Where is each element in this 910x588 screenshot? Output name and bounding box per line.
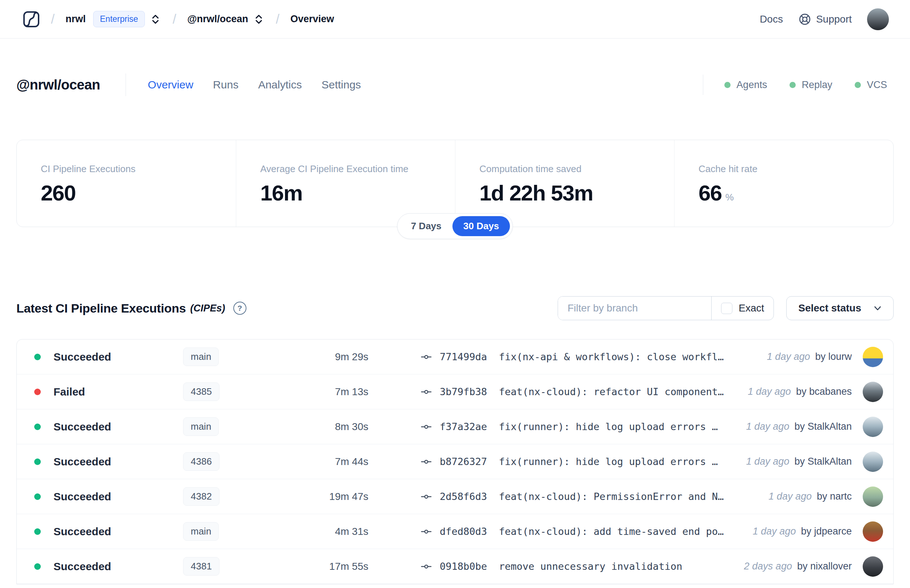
workspace-tabs: Overview Runs Analytics Settings xyxy=(148,79,361,91)
time-ago: 1 day ago xyxy=(746,421,789,432)
tab-runs[interactable]: Runs xyxy=(213,79,238,91)
chevron-down-icon xyxy=(872,303,883,313)
branch-tag[interactable]: main xyxy=(183,347,219,366)
tab-settings[interactable]: Settings xyxy=(322,79,361,91)
meta-cell: 1 day ago by lourw xyxy=(767,347,883,367)
workspace-title: @nrwl/ocean xyxy=(16,77,100,93)
table-row[interactable]: Succeeded main 4m 31s dfed80d3 feat(nx-c… xyxy=(17,514,893,549)
status-replay: Replay xyxy=(789,79,832,90)
succeeded-dot-icon xyxy=(34,528,41,535)
author-avatar[interactable] xyxy=(863,556,883,577)
status-agents: Agents xyxy=(724,79,767,90)
succeeded-dot-icon xyxy=(34,354,41,360)
table-row[interactable]: Succeeded 4381 17m 55s 0918b0be remove u… xyxy=(17,549,893,584)
status-label: Failed xyxy=(53,386,85,398)
stat-ci-pipeline-executions: CI Pipeline Executions 260 xyxy=(17,140,236,227)
cipe-section-header: Latest CI Pipeline Executions (CIPEs) ? … xyxy=(16,296,894,320)
author-avatar[interactable] xyxy=(863,486,883,507)
cipe-subtitle: (CIPEs) xyxy=(191,303,225,314)
branch-filter-group: Exact xyxy=(558,296,774,320)
tab-analytics[interactable]: Analytics xyxy=(258,79,302,91)
table-row[interactable]: Failed 4385 7m 13s 3b79fb38 feat(nx-clou… xyxy=(17,375,893,409)
branch-cell: 4386 xyxy=(183,452,258,471)
help-icon[interactable]: ? xyxy=(233,302,246,315)
workspace-switcher-button[interactable] xyxy=(253,13,265,26)
branch-filter-input[interactable] xyxy=(558,297,711,320)
git-commit-icon xyxy=(421,422,432,432)
author-avatar[interactable] xyxy=(863,347,883,367)
table-row[interactable]: Succeeded main 9m 29s 771499da fix(nx-ap… xyxy=(17,339,893,375)
breadcrumb-org[interactable]: nrwl xyxy=(66,13,86,25)
support-link[interactable]: Support xyxy=(798,13,852,26)
status-cell: Succeeded xyxy=(34,491,175,503)
time-ago: 1 day ago xyxy=(746,456,789,467)
docs-link[interactable]: Docs xyxy=(760,13,783,25)
chevron-up-down-icon xyxy=(253,13,265,26)
git-commit-icon xyxy=(421,352,432,362)
branch-cell: 4382 xyxy=(183,487,258,506)
time-ago: 2 days ago xyxy=(744,561,792,572)
duration-cell: 19m 47s xyxy=(267,491,369,502)
git-commit-icon xyxy=(421,561,432,572)
author-avatar[interactable] xyxy=(863,452,883,472)
exact-match-toggle[interactable]: Exact xyxy=(712,297,774,320)
duration-cell: 9m 29s xyxy=(267,351,369,363)
stat-value: 16m xyxy=(260,181,440,205)
table-row[interactable]: Succeeded 4382 19m 47s 2d58f6d3 feat(nx-… xyxy=(17,479,893,514)
plan-badge: Enterprise xyxy=(93,11,145,27)
status-label: Succeeded xyxy=(53,561,111,573)
commit-cell: 2d58f6d3 feat(nx-cloud): PermissionError… xyxy=(377,491,745,502)
branch-tag[interactable]: main xyxy=(183,417,219,436)
branch-tag[interactable]: 4381 xyxy=(183,557,220,576)
status-cell: Succeeded xyxy=(34,421,175,433)
duration-cell: 8m 30s xyxy=(267,421,369,433)
commit-cell: b8726327 fix(runner): hide log upload er… xyxy=(377,456,723,467)
range-30-days-button[interactable]: 30 Days xyxy=(453,216,510,236)
workspace-header: @nrwl/ocean Overview Runs Analytics Sett… xyxy=(16,73,894,96)
meta-cell: 1 day ago by nartc xyxy=(768,486,883,507)
user-avatar[interactable] xyxy=(867,8,889,30)
time-ago: 1 day ago xyxy=(748,386,791,397)
exact-checkbox[interactable] xyxy=(721,303,732,314)
table-row[interactable]: Succeeded 4386 7m 44s b8726327 fix(runne… xyxy=(17,444,893,479)
meta-cell: 1 day ago by StalkAltan xyxy=(746,417,883,437)
breadcrumb: / nrwl Enterprise / @nrwl/ocean / Overvi… xyxy=(23,11,334,28)
nx-cloud-overview-page: / nrwl Enterprise / @nrwl/ocean / Overvi… xyxy=(0,0,910,588)
author-avatar[interactable] xyxy=(863,382,883,402)
stat-value: 66% xyxy=(698,181,879,205)
meta-cell: 1 day ago by bcabanes xyxy=(748,382,883,402)
status-vcs: VCS xyxy=(855,79,887,90)
git-commit-icon xyxy=(421,526,432,537)
author: by bcabanes xyxy=(796,386,852,397)
branch-tag[interactable]: 4382 xyxy=(183,487,220,506)
commit-text: 0918b0be remove unnecessary invalidation xyxy=(440,561,682,572)
org-switcher-button[interactable] xyxy=(149,13,162,26)
time-ago: 1 day ago xyxy=(768,491,812,502)
branch-tag[interactable]: main xyxy=(183,522,219,541)
breadcrumb-separator: / xyxy=(173,11,176,27)
tab-overview[interactable]: Overview xyxy=(148,79,193,91)
commit-text: 2d58f6d3 feat(nx-cloud): PermissionError… xyxy=(440,491,724,502)
select-status-dropdown[interactable]: Select status xyxy=(786,296,894,320)
status-cell: Succeeded xyxy=(34,525,175,538)
cipe-title: Latest CI Pipeline Executions xyxy=(16,301,186,315)
table-row[interactable]: Succeeded main 8m 30s f37a32ae fix(runne… xyxy=(17,409,893,444)
breadcrumb-separator: / xyxy=(276,11,280,27)
lifebuoy-icon xyxy=(798,13,811,26)
nx-logo[interactable] xyxy=(23,11,40,28)
cipe-table: Succeeded main 9m 29s 771499da fix(nx-ap… xyxy=(16,339,894,584)
stat-value: 1d 22h 53m xyxy=(479,181,659,205)
branch-tag[interactable]: 4385 xyxy=(183,383,220,401)
branch-cell: 4385 xyxy=(183,383,258,401)
commit-text: f37a32ae fix(runner): hide log upload er… xyxy=(440,421,723,432)
author-avatar[interactable] xyxy=(863,417,883,437)
status-cell: Succeeded xyxy=(34,456,175,468)
range-7-days-button[interactable]: 7 Days xyxy=(400,216,453,236)
time-ago: 1 day ago xyxy=(767,351,810,362)
meta-cell: 1 day ago by jdpearce xyxy=(753,522,883,542)
breadcrumb-workspace[interactable]: @nrwl/ocean xyxy=(187,13,248,25)
author-avatar[interactable] xyxy=(863,522,883,542)
branch-tag[interactable]: 4386 xyxy=(183,452,220,471)
branch-cell: main xyxy=(183,522,258,541)
stat-label: Cache hit rate xyxy=(698,163,879,174)
